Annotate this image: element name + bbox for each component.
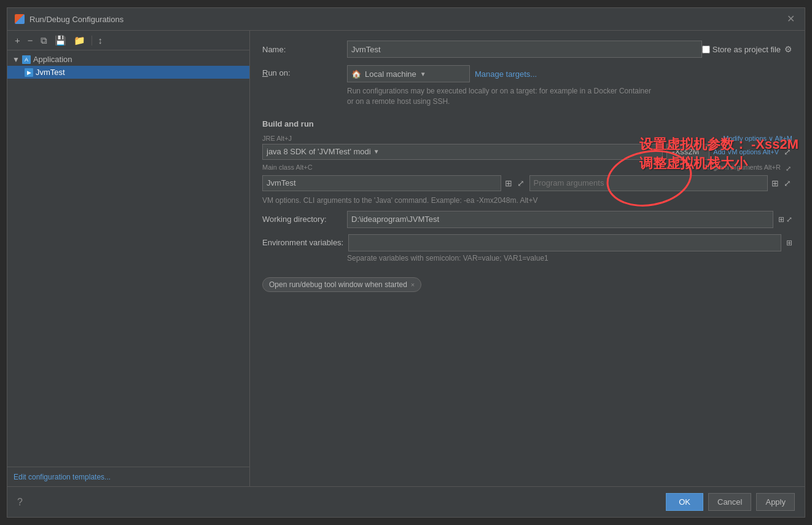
- prog-args-expand3-button[interactable]: ⤢: [783, 177, 792, 189]
- run-on-right: 🏠 Local machine ▼ Manage targets... Run …: [347, 65, 654, 107]
- dialog-title: Run/Debug Configurations: [29, 15, 123, 24]
- main-class-input[interactable]: [262, 175, 501, 191]
- working-dir-file-button[interactable]: ⊞: [778, 215, 784, 224]
- left-toolbar: + − ⧉ 💾 📁 ↕: [7, 31, 249, 50]
- name-label: Name:: [262, 45, 342, 54]
- sdk-dropdown[interactable]: java 8 SDK of 'JVMTest' modi ▼: [262, 144, 663, 160]
- main-class-folder-button[interactable]: ⤢: [516, 177, 526, 189]
- env-vars-label: Environment variables:: [262, 238, 343, 247]
- toolbar-separator: [92, 36, 92, 45]
- run-on-label: Run on:: [262, 65, 342, 77]
- main-content: + − ⧉ 💾 📁 ↕ ▼ A Application ▶ JvmTest: [7, 31, 805, 486]
- name-row-left: Name:: [262, 41, 702, 58]
- main-class-label: Main class Alt+C: [262, 164, 699, 174]
- name-input[interactable]: [347, 41, 702, 58]
- manage-targets-link[interactable]: Manage targets...: [475, 69, 537, 79]
- sdk-arrow-icon: ▼: [373, 148, 380, 155]
- store-project-checkbox[interactable]: [702, 45, 710, 53]
- class-args-row: ⊞ ⤢ ⊞ ⤢: [262, 175, 792, 191]
- local-machine-label: Local machine: [365, 69, 416, 79]
- expand-icon: ▼: [12, 55, 20, 64]
- folder-config-button[interactable]: 📁: [71, 34, 88, 46]
- title-bar-left: Run/Debug Configurations: [15, 14, 123, 24]
- chip-label: Open run/debug tool window when started: [269, 280, 407, 289]
- store-label: Store as project file: [712, 45, 781, 54]
- dropdown-arrow-icon: ▼: [420, 71, 426, 77]
- prog-args-input-wrap: ⊞ ⤢: [529, 175, 793, 191]
- save-config-button[interactable]: 💾: [52, 34, 69, 46]
- application-group[interactable]: ▼ A Application: [7, 53, 249, 66]
- run-on-hint: Run configurations may be executed local…: [347, 86, 654, 107]
- env-vars-row: Environment variables: ⊞: [262, 234, 792, 251]
- left-panel: + − ⧉ 💾 📁 ↕ ▼ A Application ▶ JvmTest: [7, 31, 250, 486]
- working-dir-expand-button[interactable]: ⤢: [786, 215, 792, 224]
- run-on-controls: 🏠 Local machine ▼ Manage targets...: [347, 65, 654, 82]
- vm-hint: VM options. CLI arguments to the 'Java' …: [262, 196, 792, 205]
- build-run-header: Build and run: [262, 119, 792, 128]
- env-vars-expand-button[interactable]: ⊞: [786, 239, 792, 247]
- env-vars-input[interactable]: [348, 234, 781, 251]
- main-class-input-wrap: ⊞ ⤢: [262, 175, 526, 191]
- prog-args-input[interactable]: [529, 175, 768, 191]
- class-args-labels-row: Main class Alt+C Program arguments Alt+R…: [262, 164, 792, 174]
- ok-button[interactable]: OK: [666, 493, 703, 511]
- apply-button[interactable]: Apply: [756, 493, 795, 511]
- working-dir-row: Working directory: ⊞ ⤢: [262, 211, 792, 228]
- env-hint: Separate variables with semicolon: VAR=v…: [347, 254, 792, 262]
- name-row: Name: Store as project file ⚙: [262, 41, 792, 58]
- build-run-section: Build and run JRE Alt+J Modify options ∨…: [262, 117, 792, 191]
- home-icon: 🏠: [351, 69, 361, 79]
- application-group-label: Application: [33, 55, 72, 64]
- cancel-button[interactable]: Cancel: [708, 493, 751, 511]
- chip-close-button[interactable]: ×: [411, 281, 415, 288]
- main-class-expand-button[interactable]: ⊞: [504, 177, 513, 189]
- chip-area: Open run/debug tool window when started …: [262, 277, 792, 292]
- working-dir-label: Working directory:: [262, 215, 342, 224]
- sdk-value: java 8 SDK of 'JVMTest' modi: [267, 147, 371, 156]
- left-footer: Edit configuration templates...: [7, 467, 249, 486]
- right-panel: Name: Store as project file ⚙ Run on:: [250, 31, 805, 486]
- name-row-right: Store as project file ⚙: [702, 44, 792, 54]
- help-button[interactable]: ?: [17, 497, 23, 508]
- jvmtest-item[interactable]: ▶ JvmTest: [7, 66, 249, 79]
- sort-config-button[interactable]: ↕: [96, 34, 106, 46]
- prog-args-expand2-button[interactable]: ⊞: [770, 177, 780, 189]
- vm-options-input[interactable]: -Xss2M: [666, 144, 709, 160]
- sdk-vm-row: java 8 SDK of 'JVMTest' modi ▼ -Xss2M Ad…: [262, 144, 792, 160]
- config-tree: ▼ A Application ▶ JvmTest: [7, 50, 249, 467]
- app-icon: [15, 14, 25, 24]
- prog-args-expand-button[interactable]: ⤢: [784, 164, 792, 174]
- run-on-row: Run on: 🏠 Local machine ▼ Manage targets…: [262, 65, 792, 107]
- vm-value: -Xss2M: [672, 147, 699, 156]
- open-tool-window-chip: Open run/debug tool window when started …: [262, 277, 421, 292]
- vm-expand-button[interactable]: ⤢: [783, 146, 792, 158]
- gear-icon[interactable]: ⚙: [784, 44, 792, 54]
- jvmtest-item-icon: ▶: [25, 68, 33, 77]
- working-dir-icons: ⊞ ⤢: [778, 215, 792, 224]
- mod-options-label[interactable]: Modify options ∨ Alt+M: [723, 135, 792, 143]
- close-button[interactable]: ✕: [784, 13, 797, 25]
- add-config-button[interactable]: +: [12, 34, 23, 46]
- copy-config-button[interactable]: ⧉: [38, 34, 50, 46]
- store-checkbox-area: Store as project file: [702, 45, 781, 54]
- bottom-bar: ? OK Cancel Apply: [7, 486, 805, 517]
- application-group-icon: A: [22, 55, 31, 64]
- jvmtest-item-label: JvmTest: [36, 68, 65, 77]
- remove-config-button[interactable]: −: [25, 34, 36, 46]
- title-bar: Run/Debug Configurations ✕: [7, 8, 805, 31]
- prog-args-label: Program arguments Alt+R: [703, 164, 781, 174]
- run-on-dropdown[interactable]: 🏠 Local machine ▼: [347, 65, 470, 82]
- build-run-labels-row: JRE Alt+J Modify options ∨ Alt+M: [262, 135, 792, 143]
- edit-templates-link[interactable]: Edit configuration templates...: [14, 473, 111, 481]
- run-debug-dialog: Run/Debug Configurations ✕ + − ⧉ 💾 📁 ↕ ▼…: [7, 7, 805, 518]
- jre-label: JRE Alt+J: [262, 135, 719, 143]
- add-vm-link[interactable]: Add VM options Alt+V: [713, 148, 779, 156]
- working-dir-input[interactable]: [347, 211, 773, 228]
